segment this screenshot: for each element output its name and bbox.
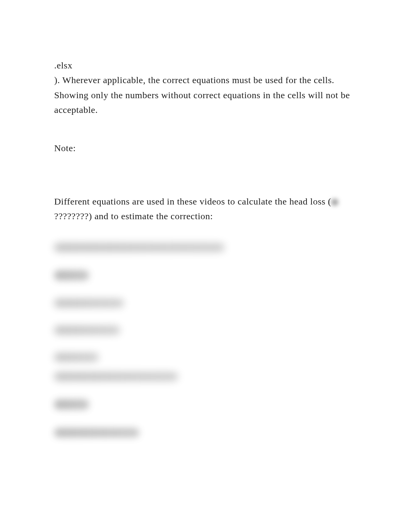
blurred-line xyxy=(54,428,139,437)
blurred-line xyxy=(54,399,89,409)
text-part-1: Different equations are used in these vi… xyxy=(54,196,331,206)
text-line-instruction-1: ). Wherever applicable, the correct equa… xyxy=(54,73,357,87)
text-masked-placeholder: ???????? xyxy=(54,211,89,221)
blurred-line xyxy=(54,243,224,252)
note-label: Note: xyxy=(54,141,357,155)
blurred-symbol-icon xyxy=(331,199,338,206)
blurred-line xyxy=(54,326,120,334)
document-body: .elsx ). Wherever applicable, the correc… xyxy=(54,58,357,224)
text-paragraph-equations: Different equations are used in these vi… xyxy=(54,194,357,224)
blurred-line xyxy=(54,353,99,361)
blurred-line xyxy=(54,372,178,381)
blurred-line xyxy=(54,270,89,280)
blurred-line xyxy=(54,299,124,307)
text-line-elsx: .elsx xyxy=(54,58,357,73)
text-line-instruction-2: Showing only the numbers without correct… xyxy=(54,88,357,118)
spacer xyxy=(54,118,357,141)
document-page: .elsx ). Wherever applicable, the correc… xyxy=(0,0,411,532)
blurred-content-region xyxy=(54,243,357,437)
spacer xyxy=(54,155,357,194)
text-part-2: ) and to estimate the correction: xyxy=(89,211,213,221)
